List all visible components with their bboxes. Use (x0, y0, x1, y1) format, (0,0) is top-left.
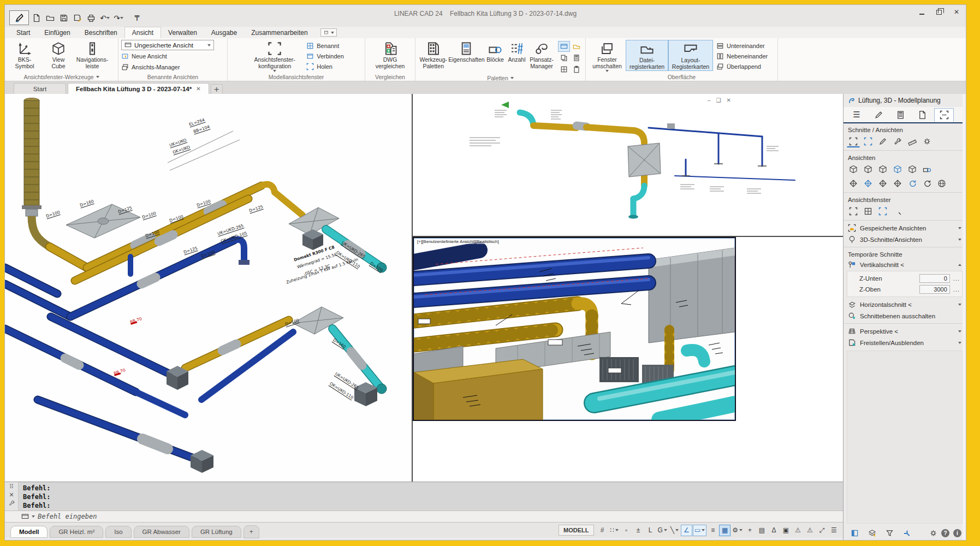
command-input-row[interactable]: Befehl eingeben (5, 511, 843, 522)
chevron-down-icon[interactable] (958, 227, 961, 229)
snap-tracking-icon[interactable]: ∠ (681, 525, 692, 536)
horizontal-cut-row[interactable]: Horizontalschnitt < (844, 299, 966, 310)
properties-button[interactable]: Eigenschaften (448, 40, 484, 63)
3d-cuts-row[interactable]: 3D-Schnitte/Ansichten (844, 234, 966, 245)
tab-zusammenarbeiten[interactable]: Zusammenarbeiten (244, 27, 314, 38)
annotation-warning-icon[interactable]: ⚠ (792, 525, 804, 536)
chevron-down-icon[interactable] (958, 330, 961, 333)
view-top-icon[interactable] (847, 163, 860, 175)
view-right-icon[interactable] (876, 163, 889, 175)
view-2d-icon[interactable] (920, 163, 934, 175)
group-label[interactable]: Benannte Ansichten (118, 73, 227, 81)
quickcalc-icon[interactable] (571, 52, 583, 63)
viewport-active[interactable]: [+][Benutzerdefinierte Ansicht][Realisti… (413, 237, 736, 421)
view-back-icon[interactable] (891, 163, 904, 175)
blocks-button[interactable]: Blöcke (484, 40, 506, 63)
vp-active-icon[interactable] (876, 205, 889, 217)
section-gear-icon[interactable] (920, 135, 934, 147)
file-tabs-toggle[interactable]: Datei- registerkarten (626, 40, 668, 71)
panel-menu-tab[interactable]: ☰ (847, 108, 866, 122)
units-icon[interactable]: Δ (768, 525, 780, 536)
viewport-view-label[interactable]: [+][Benutzerdefinierte Ansicht][Realisti… (416, 239, 500, 244)
sheet-set-manager-button[interactable]: Plansatz- Manager (527, 40, 556, 70)
command-line-icon[interactable] (558, 41, 570, 52)
add-layout-button[interactable]: + (243, 525, 259, 538)
panel-select-tab[interactable] (934, 108, 954, 122)
object-snap-icon[interactable]: ╲ (669, 525, 680, 536)
graphics-status-icon[interactable]: ▣ (780, 525, 792, 536)
command-input[interactable]: Befehl eingeben (38, 513, 97, 520)
perspective-row[interactable]: Perspektive < (844, 325, 966, 337)
viewport-config-button[interactable]: Ansichtsfenster- konfiguration (248, 40, 301, 72)
view-manager-button[interactable]: Ansichts-Manager (121, 62, 180, 72)
tab-start[interactable]: Start (9, 27, 37, 38)
performance-warning-icon[interactable]: ⚠ (804, 525, 816, 536)
section-frame-settings-icon[interactable] (862, 135, 875, 147)
polar-tracking-icon[interactable]: G (657, 525, 668, 536)
new-tab-button[interactable]: + (211, 84, 223, 94)
dynamic-input-toggle-icon[interactable]: ± (633, 525, 644, 536)
vp-single-icon[interactable] (847, 205, 860, 217)
info-icon[interactable]: i (953, 529, 961, 537)
chevron-down-icon[interactable] (958, 342, 961, 344)
group-label[interactable]: Ansichtsfenster-Werkzeuge (5, 73, 118, 81)
layout-tabs-toggle[interactable]: Layout- Registerkarten (668, 40, 713, 71)
cut-planes-off-row[interactable]: Schnittebenen ausschalten (844, 310, 966, 322)
snap-mode-icon[interactable]: ▫ (621, 525, 632, 536)
view-left-icon[interactable] (906, 163, 919, 175)
viewport-top-right[interactable]: – ❑ ✕ (413, 94, 843, 237)
minimize-button[interactable] (918, 9, 925, 15)
clean-screen-icon[interactable]: ⤢ (816, 525, 828, 536)
console-close-icon[interactable]: ✕ (9, 491, 14, 498)
close-tab-icon[interactable]: ✕ (196, 86, 200, 92)
help-icon[interactable]: ? (941, 529, 949, 537)
view-dropdown[interactable]: Ungesicherte Ansicht (121, 40, 214, 50)
group-label[interactable]: Paletten (415, 75, 585, 81)
annotation-monitor-icon[interactable]: ▤ (756, 525, 768, 536)
switch-windows-button[interactable]: Fenster umschalten (589, 40, 626, 72)
transparency-toggle-icon[interactable]: ▦ (719, 525, 730, 536)
console-grip-icon[interactable]: ⠿ (9, 483, 14, 490)
freistellen-row[interactable]: Freistellen/Ausblenden (844, 337, 966, 348)
restore-button[interactable] (935, 9, 943, 15)
tab-ansicht[interactable]: Ansicht (124, 27, 161, 38)
pipe-tools-icon[interactable] (900, 527, 913, 539)
file-tab-start[interactable]: Start (14, 83, 66, 94)
join-viewport-button[interactable]: Verbinden (306, 51, 344, 61)
chevron-up-icon[interactable] (958, 264, 961, 266)
lineweight-toggle-icon[interactable]: ≡ (707, 525, 718, 536)
section-notes-icon[interactable] (876, 135, 889, 147)
layout-tab-gr-lueftung[interactable]: GR Lüftung (192, 526, 241, 538)
new-view-button[interactable]: Neue Ansicht (121, 51, 167, 61)
mini-tab-icon[interactable] (571, 41, 583, 52)
selection-settings-icon[interactable]: ⚙ (731, 525, 744, 536)
dynamic-ucs-icon[interactable]: ▭ (693, 525, 706, 536)
ortho-toggle-icon[interactable]: L (645, 525, 656, 536)
layout-tab-modell[interactable]: Modell (10, 526, 47, 538)
close-button[interactable]: ✕ (953, 9, 960, 15)
clipboard-icon[interactable] (571, 64, 583, 75)
panel-settings-icon[interactable] (929, 529, 937, 537)
top-right-viewport-drawing[interactable] (413, 94, 843, 236)
command-options-icon[interactable] (32, 515, 35, 518)
bks-symbol-button[interactable]: BKS- Symbol (8, 40, 41, 70)
viewport-left[interactable]: EL=264BB=104UK=UKOOK=UKOD=100D=160D=125D… (5, 94, 412, 482)
viewport-close-icon[interactable]: ✕ (727, 97, 731, 103)
vertical-cut-row[interactable]: Vertikalschnitt < (844, 259, 966, 270)
z-unten-browse-button[interactable]: ... (953, 275, 960, 282)
vp-find-icon[interactable] (891, 205, 904, 217)
navigation-bar-button[interactable]: Navigations- leiste (75, 40, 109, 70)
model-space-label[interactable]: MODELL (559, 525, 593, 536)
panel-doc-tab[interactable] (912, 108, 932, 122)
tab-beschriften[interactable]: Beschriften (78, 27, 124, 38)
tab-ausgabe[interactable]: Ausgabe (204, 27, 244, 38)
layout-tab-gr-heizl[interactable]: GR Heizl. m² (50, 526, 103, 538)
get-viewport-button[interactable]: Holen (306, 62, 344, 72)
count-button[interactable]: Anzahl (506, 40, 527, 63)
filter-icon[interactable] (883, 527, 896, 539)
status-menu-icon[interactable]: ☰ (828, 525, 840, 536)
z-oben-browse-button[interactable]: ... (953, 286, 960, 293)
chevron-down-icon[interactable] (958, 239, 961, 241)
viewport-restore-icon[interactable]: ❑ (716, 97, 721, 103)
viewport-minimize-icon[interactable]: – (708, 97, 711, 103)
